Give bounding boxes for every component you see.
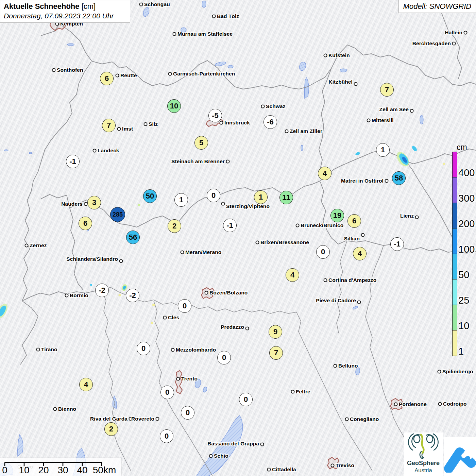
station-value-circle: 1 (174, 193, 188, 207)
legend-tick-label: 10 (458, 321, 469, 331)
map-title-text: Aktuelle Schneehöhe (4, 2, 80, 11)
legend-color-segment (452, 279, 457, 305)
station-value-circle: -2 (126, 289, 139, 302)
station-value-circle: 6 (79, 217, 92, 230)
legend-tick-label: 400 (458, 168, 475, 178)
map-datetime: Donnerstag, 07.09.2023 22:00 Uhr (4, 12, 126, 20)
legend-tick-label: 300 (458, 193, 475, 203)
station-value-circle: 0 (178, 299, 191, 313)
legend-color-segment (452, 254, 457, 279)
station-value-circle: 7 (269, 346, 283, 360)
station-value-circle: 4 (318, 167, 332, 180)
legend-tick-label: 1 (458, 346, 464, 356)
station-value-circle: -1 (390, 237, 404, 251)
legend-unit-label: cm (457, 143, 467, 152)
legend-color-segment (452, 330, 457, 356)
station-value-circle: 4 (79, 378, 93, 391)
model-label: Modell: SNOWGRID (403, 2, 471, 11)
station-value-circle: -2 (95, 284, 109, 297)
station-value-circle: 0 (207, 189, 220, 202)
mountain-cloud-icon (444, 441, 476, 473)
legend-color-segment (452, 152, 457, 177)
station-value-circle: 2 (168, 219, 181, 233)
legend-tick-label: 25 (458, 295, 469, 305)
station-value-circle: 1 (254, 190, 268, 204)
station-value-circle: -5 (208, 109, 222, 122)
legend-color-segment (452, 228, 457, 254)
station-value-circle: 285 (110, 207, 125, 222)
station-value-circle: -6 (264, 115, 277, 129)
legend-tick-label: 50 (458, 270, 469, 280)
station-value-circle: 0 (316, 245, 330, 259)
geosphere-logo-icon (404, 432, 443, 459)
scale-bar-label: 30 (57, 465, 68, 476)
station-value-circle: 6 (100, 72, 114, 85)
station-value-circle: 0 (239, 393, 253, 406)
station-value-circle: 10 (167, 99, 181, 113)
station-value-circle: 6 (347, 214, 361, 228)
station-value-circle: 7 (102, 119, 116, 132)
station-value-circle: 2 (104, 422, 118, 436)
station-value-circle: 4 (353, 247, 367, 260)
station-value-circle: 0 (137, 342, 150, 355)
title-box: Aktuelle Schneehöhe [cm] Donnerstag, 07.… (0, 0, 130, 23)
station-value-circle: 56 (126, 231, 140, 244)
map-title: Aktuelle Schneehöhe [cm] (4, 2, 126, 11)
station-value-circle: 11 (279, 191, 293, 204)
station-value-circle: 7 (380, 83, 394, 97)
legend-color-segment (452, 305, 457, 330)
scale-bar-label: 40 (77, 465, 87, 476)
station-value-circle: -1 (223, 219, 237, 232)
scale-bar-label: 50km (93, 465, 116, 476)
geosphere-logo-name: GeoSphere (404, 460, 443, 467)
station-value-circle: 19 (330, 209, 344, 222)
legend-tick-label: 200 (458, 219, 475, 229)
snowgrid-map-page: SchongauBad TölzKemptenMurnau am Staffel… (0, 0, 476, 476)
station-value-circle: 3 (87, 196, 101, 209)
station-value-circle: 9 (269, 325, 282, 339)
scale-bar-label: 10 (19, 465, 29, 476)
legend-color-segment (452, 203, 457, 228)
scale-bar-label: 20 (38, 465, 49, 476)
station-value-circle: 4 (286, 268, 299, 282)
station-value-circle: 0 (217, 351, 231, 364)
model-box: Modell: SNOWGRID (398, 0, 476, 13)
geosphere-logo-country: Austria (404, 467, 443, 474)
station-value-circle: 0 (160, 429, 173, 443)
station-value-circle: 0 (160, 386, 174, 399)
station-value-circle: -1 (66, 155, 80, 168)
station-value-circle: 50 (143, 189, 157, 203)
scale-bar-label: 0 (2, 465, 7, 476)
station-layer: 6710-5-6751-1458350101112856256-1196-104… (0, 0, 476, 476)
station-value-circle: 1 (376, 143, 390, 157)
geosphere-logo: GeoSphere Austria (404, 432, 443, 476)
station-value-circle: 0 (181, 406, 194, 420)
station-value-circle: 58 (392, 171, 406, 185)
map-title-unit: [cm] (82, 2, 96, 11)
legend-color-segment (452, 177, 457, 203)
mountain-cloud-app-icon (444, 437, 476, 476)
station-value-circle: 5 (194, 136, 208, 150)
legend-tick-label: 100 (458, 244, 475, 254)
scale-bar: 01020304050km (0, 458, 121, 476)
